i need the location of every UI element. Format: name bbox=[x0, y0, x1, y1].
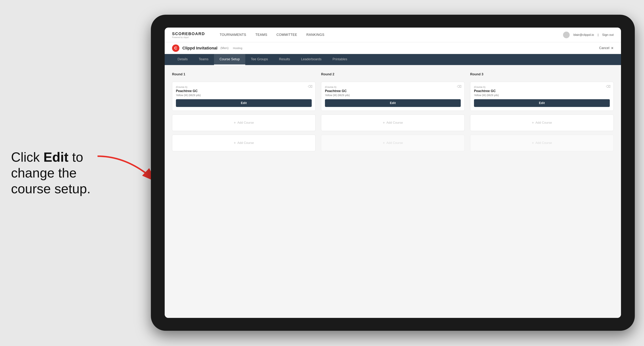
round-3-delete-icon[interactable]: ⌫ bbox=[606, 85, 610, 89]
round-2-label: Round 2 bbox=[321, 72, 464, 76]
tab-leaderboards[interactable]: Leaderboards bbox=[296, 54, 327, 65]
round-1-edit-button[interactable]: Edit bbox=[176, 99, 312, 107]
round-3-edit-button[interactable]: Edit bbox=[474, 99, 610, 107]
separator: | bbox=[598, 33, 598, 37]
round-3-add-course-1[interactable]: + Add Course bbox=[470, 115, 614, 131]
instruction-text: Click Edit to change the course setup. bbox=[0, 149, 103, 197]
nav-tournaments[interactable]: TOURNAMENTS bbox=[220, 33, 246, 37]
nav-teams[interactable]: TEAMS bbox=[256, 33, 267, 37]
logo-scoreboard: SCOREBOARD bbox=[172, 31, 205, 36]
round-2-edit-button[interactable]: Edit bbox=[325, 99, 461, 107]
logo-sub: Powered by clippd bbox=[172, 36, 205, 38]
round-2-add-course-1[interactable]: + Add Course bbox=[321, 115, 464, 131]
round-2-add-plus-1: + bbox=[383, 121, 385, 125]
nav-rankings[interactable]: RANKINGS bbox=[306, 33, 324, 37]
tournament-bar: C Clippd Invitational (Men) Hosting Canc… bbox=[165, 42, 621, 54]
top-nav: SCOREBOARD Powered by clippd TOURNAMENTS… bbox=[165, 27, 621, 42]
round-1-label: Round 1 bbox=[172, 72, 316, 76]
logo-area: SCOREBOARD Powered by clippd bbox=[172, 31, 205, 38]
rounds-grid: Round 1 ⌫ (Course A) Peachtree GC Yellow… bbox=[172, 72, 614, 151]
instruction-bold: Edit bbox=[44, 150, 68, 165]
round-1-course-details: Yellow (M) (6629 yds) bbox=[176, 94, 312, 97]
tab-teams[interactable]: Teams bbox=[193, 54, 214, 65]
tabs-bar: Details Teams Course Setup Tee Groups Re… bbox=[165, 54, 621, 65]
round-1-add-course-2[interactable]: + Add Course bbox=[172, 135, 316, 151]
round-2-course-label: (Course A) bbox=[325, 86, 461, 88]
round-3-add-plus-2: + bbox=[532, 141, 534, 145]
round-3-add-label-1: Add Course bbox=[536, 121, 552, 125]
close-icon: ✕ bbox=[611, 46, 614, 50]
user-email: blair@clippd.io bbox=[573, 33, 594, 37]
round-1-add-label-1: Add Course bbox=[237, 121, 254, 125]
tab-details[interactable]: Details bbox=[172, 54, 193, 65]
nav-links: TOURNAMENTS TEAMS COMMITTEE RANKINGS bbox=[220, 33, 552, 37]
round-3-add-course-2: + Add Course bbox=[470, 135, 614, 151]
round-2-course-name: Peachtree GC bbox=[325, 89, 461, 93]
round-3-course-name: Peachtree GC bbox=[474, 89, 610, 93]
round-1-course-card: ⌫ (Course A) Peachtree GC Yellow (M) (66… bbox=[172, 82, 316, 111]
round-1-course-label: (Course A) bbox=[176, 86, 312, 88]
instruction-prefix: Click bbox=[11, 150, 44, 165]
round-2-add-plus-2: + bbox=[383, 141, 385, 145]
tablet-frame: SCOREBOARD Powered by clippd TOURNAMENTS… bbox=[151, 15, 635, 331]
round-2-add-course-2: + Add Course bbox=[321, 135, 464, 151]
round-1-column: Round 1 ⌫ (Course A) Peachtree GC Yellow… bbox=[172, 72, 316, 151]
cancel-button[interactable]: Cancel ✕ bbox=[599, 46, 614, 50]
round-3-course-details: Yellow (M) (6629 yds) bbox=[474, 94, 610, 97]
tournament-info: C Clippd Invitational (Men) Hosting bbox=[172, 44, 242, 52]
round-1-add-plus-1: + bbox=[234, 121, 236, 125]
round-1-add-label-2: Add Course bbox=[237, 141, 254, 145]
tournament-gender: (Men) bbox=[220, 46, 228, 50]
main-content: Round 1 ⌫ (Course A) Peachtree GC Yellow… bbox=[165, 65, 621, 318]
cancel-label: Cancel bbox=[599, 46, 610, 50]
user-avatar bbox=[563, 32, 570, 38]
round-1-course-name: Peachtree GC bbox=[176, 89, 312, 93]
tab-tee-groups[interactable]: Tee Groups bbox=[245, 54, 274, 65]
tablet-screen: SCOREBOARD Powered by clippd TOURNAMENTS… bbox=[165, 27, 621, 318]
round-2-add-label-1: Add Course bbox=[386, 121, 403, 125]
round-3-course-label: (Course A) bbox=[474, 86, 610, 88]
round-2-delete-icon[interactable]: ⌫ bbox=[457, 85, 462, 89]
tournament-name: Clippd Invitational bbox=[182, 46, 218, 50]
tab-results[interactable]: Results bbox=[274, 54, 296, 65]
tab-course-setup[interactable]: Course Setup bbox=[214, 54, 245, 65]
round-2-course-card: ⌫ (Course A) Peachtree GC Yellow (M) (66… bbox=[321, 82, 464, 111]
user-area: blair@clippd.io | Sign out bbox=[563, 32, 614, 38]
round-1-delete-icon[interactable]: ⌫ bbox=[308, 85, 312, 89]
round-1-add-plus-2: + bbox=[234, 141, 236, 145]
round-3-column: Round 3 ⌫ (Course A) Peachtree GC Yellow… bbox=[470, 72, 614, 151]
nav-committee[interactable]: COMMITTEE bbox=[276, 33, 297, 37]
hosting-badge: Hosting bbox=[233, 46, 242, 50]
c-logo: C bbox=[172, 44, 180, 52]
round-3-course-card: ⌫ (Course A) Peachtree GC Yellow (M) (66… bbox=[470, 82, 614, 111]
round-3-label: Round 3 bbox=[470, 72, 614, 76]
round-2-course-details: Yellow (M) (6629 yds) bbox=[325, 94, 461, 97]
tab-printables[interactable]: Printables bbox=[327, 54, 353, 65]
round-3-add-plus-1: + bbox=[532, 121, 534, 125]
round-2-column: Round 2 ⌫ (Course A) Peachtree GC Yellow… bbox=[321, 72, 464, 151]
round-1-add-course-1[interactable]: + Add Course bbox=[172, 115, 316, 131]
sign-out-link[interactable]: Sign out bbox=[602, 33, 614, 37]
round-3-add-label-2: Add Course bbox=[536, 141, 552, 145]
round-2-add-label-2: Add Course bbox=[386, 141, 403, 145]
